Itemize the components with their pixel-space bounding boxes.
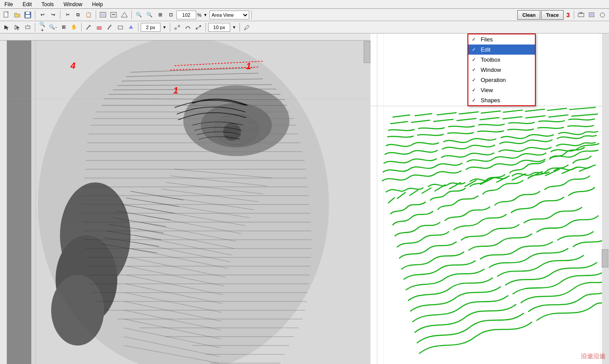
tb-icon1[interactable] [576,10,586,20]
sep3 [96,11,96,19]
shape-tool[interactable] [116,22,125,32]
svg-point-29 [244,29,246,30]
svg-point-86 [51,275,104,345]
sep9 [138,23,138,32]
trace-button[interactable]: Trace [541,10,564,20]
tb-btn-a[interactable] [98,10,108,20]
tb-icon2[interactable] [587,10,597,20]
node-tool[interactable] [12,22,22,32]
svg-rect-154 [602,249,608,267]
svg-rect-0 [4,12,8,17]
menu-window-item[interactable]: ✓ Window [468,65,535,75]
eraser-tool[interactable] [94,22,104,32]
ruler-vertical [0,41,7,364]
pan-tool[interactable]: ✋ [69,22,79,32]
select-tool[interactable] [2,22,11,32]
canvas-vscroll-thumb[interactable] [364,41,370,63]
annotation-1a: 1 [246,61,251,71]
pen-size-input[interactable] [141,23,161,32]
sep11 [205,23,206,32]
zoom-percent: % [197,12,202,18]
window-check: ✓ [472,67,478,73]
svg-rect-12 [590,14,593,16]
tb-btn-c[interactable] [120,10,129,20]
canvas-vscrollbar[interactable] [363,41,370,63]
watermark: 沿途沿途 [581,353,605,360]
engraving-image [7,41,370,364]
svg-marker-8 [121,12,127,17]
window-dropdown-menu: ✓ Files ✓ Edit ✓ Toolbox ✓ Window ✓ Oper… [467,33,536,106]
svg-rect-23 [118,26,123,29]
fit-tool[interactable]: ⊞ [59,22,68,32]
toolbar2: 🔍+ 🔍- ⊞ ✋ ▼ ▼ [0,21,609,33]
canvas-area[interactable]: 4 1 1 [0,33,370,364]
menu-window[interactable]: Window [61,0,85,8]
svg-rect-3 [26,15,30,18]
zoom-out-button[interactable]: 🔍 [145,10,154,20]
menu-operation[interactable]: ✓ Operation [468,75,535,85]
view-check: ✓ [472,87,478,93]
svg-rect-2 [26,12,30,14]
svg-point-22 [110,25,112,26]
undo-button[interactable]: ↩ [37,10,47,20]
clean-button[interactable]: Clean [517,10,540,20]
eyedropper-tool[interactable] [242,22,252,32]
svg-rect-153 [602,33,609,364]
zoom-fit-button[interactable]: ⊞ [155,10,165,20]
brush-size-dropdown[interactable]: ▼ [231,22,237,32]
menu-files[interactable]: ✓ Files [468,34,535,45]
save-button[interactable] [23,10,33,20]
zoom-in-button[interactable]: 🔍 [134,10,144,20]
path-tool1[interactable] [172,22,182,32]
zoom-select-button[interactable]: ⊡ [166,10,176,20]
path-tool2[interactable] [183,22,193,32]
menubar: File Edit Tools Window Help [0,0,609,9]
trace-badge: 3 [564,11,572,19]
sep1 [35,11,35,19]
copy-button[interactable]: ⧉ [73,10,83,20]
zoom-input[interactable] [176,11,196,19]
menu-file[interactable]: File [2,0,15,8]
menu-view[interactable]: ✓ View [468,85,535,95]
sep4 [131,11,132,19]
zoom-in-tool[interactable]: 🔍+ [37,22,47,32]
redo-button[interactable]: ↪ [48,10,58,20]
sep8 [81,23,82,32]
view-label: View [481,87,493,93]
menu-toolbox[interactable]: ✓ Toolbox [468,55,535,65]
pen-tool[interactable] [84,22,93,32]
tb2-btn3[interactable] [23,22,33,32]
brush-size-input[interactable] [208,23,230,32]
cut-button[interactable]: ✂ [63,10,72,20]
open-button[interactable] [12,10,22,20]
menu-edit-item[interactable]: ✓ Edit [468,45,535,55]
tb-icon3[interactable] [598,10,607,20]
new-button[interactable] [2,10,11,20]
zoom-dropdown[interactable]: ▼ [202,10,209,20]
menu-help[interactable]: Help [90,0,106,8]
main-area: 4 1 1 er ✓ Files ✓ Edit ✓ Toolbox [0,33,609,364]
operation-label: Operation [481,77,506,83]
menu-tools[interactable]: Tools [39,0,56,8]
edit-label: Edit [481,46,490,53]
path-tool3[interactable] [194,22,203,32]
fill-tool[interactable] [126,22,136,32]
menu-edit[interactable]: Edit [20,0,34,8]
tb-btn-b[interactable] [109,10,119,20]
view-mode-select[interactable]: Area View Full View [209,11,249,19]
annotation-1b: 1 [173,85,178,96]
svg-line-19 [86,25,90,30]
operation-check: ✓ [472,77,478,83]
menu-shapes[interactable]: ✓ Shapes [468,95,535,105]
sep5 [251,11,252,19]
zoom-out-tool[interactable]: 🔍- [48,22,58,32]
paste-button[interactable]: 📋 [84,10,93,20]
toolbox-label: Toolbox [481,56,501,63]
svg-marker-14 [4,25,9,30]
brush-tool[interactable] [105,22,115,32]
files-check: ✓ [472,37,478,42]
edit-check: ✓ [472,47,478,52]
svg-line-26 [176,26,179,29]
window-label: Window [481,67,501,73]
pen-size-dropdown[interactable]: ▼ [161,22,168,32]
